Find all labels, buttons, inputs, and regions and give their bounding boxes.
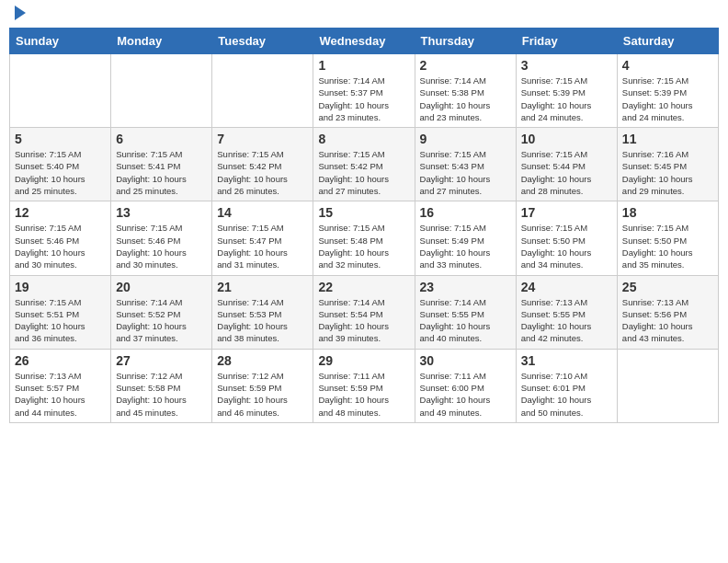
day-number: 3 bbox=[521, 58, 612, 73]
day-info: Sunrise: 7:15 AM Sunset: 5:39 PM Dayligh… bbox=[622, 75, 713, 123]
calendar-cell: 2Sunrise: 7:14 AM Sunset: 5:38 PM Daylig… bbox=[415, 54, 516, 128]
day-number: 22 bbox=[318, 280, 409, 294]
calendar-cell: 24Sunrise: 7:13 AM Sunset: 5:55 PM Dayli… bbox=[516, 275, 617, 349]
day-info: Sunrise: 7:13 AM Sunset: 5:56 PM Dayligh… bbox=[622, 296, 713, 345]
day-number: 1 bbox=[318, 58, 409, 73]
week-row-4: 19Sunrise: 7:15 AM Sunset: 5:51 PM Dayli… bbox=[10, 275, 719, 349]
day-number: 4 bbox=[622, 58, 713, 73]
day-info: Sunrise: 7:15 AM Sunset: 5:44 PM Dayligh… bbox=[521, 148, 612, 197]
calendar-cell: 25Sunrise: 7:13 AM Sunset: 5:56 PM Dayli… bbox=[617, 275, 718, 349]
calendar-cell: 30Sunrise: 7:11 AM Sunset: 6:00 PM Dayli… bbox=[415, 349, 516, 422]
day-header-friday: Friday bbox=[516, 29, 617, 54]
calendar-cell bbox=[617, 349, 718, 422]
day-header-wednesday: Wednesday bbox=[313, 29, 415, 54]
day-number: 18 bbox=[622, 205, 713, 220]
calendar-cell: 12Sunrise: 7:15 AM Sunset: 5:46 PM Dayli… bbox=[10, 201, 111, 275]
day-info: Sunrise: 7:12 AM Sunset: 5:58 PM Dayligh… bbox=[116, 370, 207, 419]
calendar-cell: 21Sunrise: 7:14 AM Sunset: 5:53 PM Dayli… bbox=[212, 275, 313, 349]
day-info: Sunrise: 7:15 AM Sunset: 5:51 PM Dayligh… bbox=[15, 296, 106, 345]
day-header-tuesday: Tuesday bbox=[212, 29, 313, 54]
calendar-cell: 13Sunrise: 7:15 AM Sunset: 5:46 PM Dayli… bbox=[111, 201, 212, 275]
day-number: 9 bbox=[420, 132, 511, 146]
day-info: Sunrise: 7:15 AM Sunset: 5:46 PM Dayligh… bbox=[116, 222, 207, 270]
calendar-cell bbox=[212, 54, 313, 128]
calendar-cell: 28Sunrise: 7:12 AM Sunset: 5:59 PM Dayli… bbox=[212, 349, 313, 422]
day-number: 14 bbox=[217, 205, 308, 220]
day-info: Sunrise: 7:14 AM Sunset: 5:53 PM Dayligh… bbox=[217, 296, 308, 345]
day-number: 7 bbox=[217, 132, 308, 146]
calendar-cell: 5Sunrise: 7:15 AM Sunset: 5:40 PM Daylig… bbox=[10, 128, 111, 201]
day-header-monday: Monday bbox=[111, 29, 212, 54]
day-info: Sunrise: 7:10 AM Sunset: 6:01 PM Dayligh… bbox=[521, 370, 612, 419]
day-number: 16 bbox=[420, 205, 511, 220]
calendar-cell: 3Sunrise: 7:15 AM Sunset: 5:39 PM Daylig… bbox=[516, 54, 617, 128]
day-info: Sunrise: 7:15 AM Sunset: 5:49 PM Dayligh… bbox=[420, 222, 511, 270]
day-info: Sunrise: 7:15 AM Sunset: 5:39 PM Dayligh… bbox=[521, 75, 612, 123]
day-number: 30 bbox=[420, 353, 511, 368]
page-header bbox=[9, 9, 719, 20]
day-info: Sunrise: 7:15 AM Sunset: 5:43 PM Dayligh… bbox=[420, 148, 511, 197]
week-row-2: 5Sunrise: 7:15 AM Sunset: 5:40 PM Daylig… bbox=[10, 128, 719, 201]
calendar-cell: 20Sunrise: 7:14 AM Sunset: 5:52 PM Dayli… bbox=[111, 275, 212, 349]
day-number: 28 bbox=[217, 353, 308, 368]
day-number: 15 bbox=[318, 205, 409, 220]
day-number: 20 bbox=[116, 280, 207, 294]
day-number: 23 bbox=[420, 280, 511, 294]
calendar-cell: 19Sunrise: 7:15 AM Sunset: 5:51 PM Dayli… bbox=[10, 275, 111, 349]
day-header-saturday: Saturday bbox=[617, 29, 718, 54]
week-row-3: 12Sunrise: 7:15 AM Sunset: 5:46 PM Dayli… bbox=[10, 201, 719, 275]
day-info: Sunrise: 7:15 AM Sunset: 5:42 PM Dayligh… bbox=[318, 148, 409, 197]
day-info: Sunrise: 7:15 AM Sunset: 5:41 PM Dayligh… bbox=[116, 148, 207, 197]
day-info: Sunrise: 7:15 AM Sunset: 5:42 PM Dayligh… bbox=[217, 148, 308, 197]
calendar-cell: 31Sunrise: 7:10 AM Sunset: 6:01 PM Dayli… bbox=[516, 349, 617, 422]
day-info: Sunrise: 7:14 AM Sunset: 5:55 PM Dayligh… bbox=[420, 296, 511, 345]
calendar-cell: 15Sunrise: 7:15 AM Sunset: 5:48 PM Dayli… bbox=[313, 201, 415, 275]
calendar-cell: 22Sunrise: 7:14 AM Sunset: 5:54 PM Dayli… bbox=[313, 275, 415, 349]
day-info: Sunrise: 7:15 AM Sunset: 5:40 PM Dayligh… bbox=[15, 148, 106, 197]
day-info: Sunrise: 7:11 AM Sunset: 5:59 PM Dayligh… bbox=[318, 370, 409, 419]
calendar-cell: 16Sunrise: 7:15 AM Sunset: 5:49 PM Dayli… bbox=[415, 201, 516, 275]
day-number: 25 bbox=[622, 280, 713, 294]
calendar-cell: 7Sunrise: 7:15 AM Sunset: 5:42 PM Daylig… bbox=[212, 128, 313, 201]
logo-arrow-icon bbox=[15, 6, 26, 20]
day-number: 27 bbox=[116, 353, 207, 368]
calendar-cell: 1Sunrise: 7:14 AM Sunset: 5:37 PM Daylig… bbox=[313, 54, 415, 128]
day-number: 19 bbox=[15, 280, 106, 294]
logo bbox=[13, 9, 26, 20]
calendar-cell: 11Sunrise: 7:16 AM Sunset: 5:45 PM Dayli… bbox=[617, 128, 718, 201]
day-info: Sunrise: 7:16 AM Sunset: 5:45 PM Dayligh… bbox=[622, 148, 713, 197]
day-info: Sunrise: 7:15 AM Sunset: 5:47 PM Dayligh… bbox=[217, 222, 308, 270]
calendar-cell: 14Sunrise: 7:15 AM Sunset: 5:47 PM Dayli… bbox=[212, 201, 313, 275]
day-number: 17 bbox=[521, 205, 612, 220]
calendar-cell: 18Sunrise: 7:15 AM Sunset: 5:50 PM Dayli… bbox=[617, 201, 718, 275]
day-number: 29 bbox=[318, 353, 409, 368]
calendar-cell: 10Sunrise: 7:15 AM Sunset: 5:44 PM Dayli… bbox=[516, 128, 617, 201]
day-info: Sunrise: 7:14 AM Sunset: 5:37 PM Dayligh… bbox=[318, 75, 409, 123]
day-header-thursday: Thursday bbox=[415, 29, 516, 54]
day-number: 10 bbox=[521, 132, 612, 146]
day-number: 13 bbox=[116, 205, 207, 220]
day-number: 5 bbox=[15, 132, 106, 146]
day-header-sunday: Sunday bbox=[10, 29, 111, 54]
day-number: 2 bbox=[420, 58, 511, 73]
day-info: Sunrise: 7:15 AM Sunset: 5:48 PM Dayligh… bbox=[318, 222, 409, 270]
day-info: Sunrise: 7:14 AM Sunset: 5:54 PM Dayligh… bbox=[318, 296, 409, 345]
day-info: Sunrise: 7:12 AM Sunset: 5:59 PM Dayligh… bbox=[217, 370, 308, 419]
day-info: Sunrise: 7:14 AM Sunset: 5:52 PM Dayligh… bbox=[116, 296, 207, 345]
calendar-cell bbox=[111, 54, 212, 128]
day-number: 26 bbox=[15, 353, 106, 368]
day-info: Sunrise: 7:15 AM Sunset: 5:50 PM Dayligh… bbox=[622, 222, 713, 270]
calendar-cell bbox=[10, 54, 111, 128]
day-number: 24 bbox=[521, 280, 612, 294]
calendar-cell: 17Sunrise: 7:15 AM Sunset: 5:50 PM Dayli… bbox=[516, 201, 617, 275]
day-info: Sunrise: 7:13 AM Sunset: 5:55 PM Dayligh… bbox=[521, 296, 612, 345]
day-number: 8 bbox=[318, 132, 409, 146]
calendar-table: SundayMondayTuesdayWednesdayThursdayFrid… bbox=[9, 28, 719, 423]
calendar-cell: 6Sunrise: 7:15 AM Sunset: 5:41 PM Daylig… bbox=[111, 128, 212, 201]
day-info: Sunrise: 7:15 AM Sunset: 5:50 PM Dayligh… bbox=[521, 222, 612, 270]
calendar-header-row: SundayMondayTuesdayWednesdayThursdayFrid… bbox=[10, 29, 719, 54]
day-number: 11 bbox=[622, 132, 713, 146]
day-info: Sunrise: 7:13 AM Sunset: 5:57 PM Dayligh… bbox=[15, 370, 106, 419]
week-row-5: 26Sunrise: 7:13 AM Sunset: 5:57 PM Dayli… bbox=[10, 349, 719, 422]
calendar-cell: 9Sunrise: 7:15 AM Sunset: 5:43 PM Daylig… bbox=[415, 128, 516, 201]
